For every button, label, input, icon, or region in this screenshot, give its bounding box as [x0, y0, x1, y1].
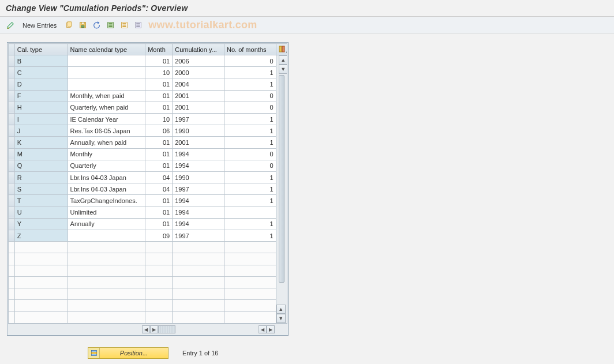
cell-year[interactable]: 2006	[173, 55, 224, 67]
cell-year[interactable]: 1994	[173, 195, 224, 207]
row-selector[interactable]	[9, 55, 15, 67]
select-all-icon[interactable]	[104, 20, 116, 31]
cell-no-months[interactable]: 1	[224, 218, 276, 230]
scroll-down-icon[interactable]: ▼	[279, 65, 287, 74]
cell-month[interactable]: 01	[145, 148, 173, 160]
table-row[interactable]: C1020001	[9, 67, 287, 78]
rowheader-corner[interactable]	[9, 44, 15, 55]
cell-name[interactable]: Annually, when paid	[68, 137, 145, 148]
change-icon[interactable]	[5, 20, 16, 31]
cell-cal-type[interactable]: R	[14, 172, 68, 183]
row-selector[interactable]	[9, 207, 15, 218]
cumulation-periods-table[interactable]: Cal. type Name calendar type Month Cumul…	[8, 43, 287, 324]
cell-cal-type[interactable]: D	[14, 78, 68, 90]
cell-no-months[interactable]: 1	[224, 172, 276, 183]
row-selector[interactable]	[9, 195, 15, 207]
table-row[interactable]: MMonthly0119940	[9, 148, 287, 160]
cell-year[interactable]: 2001	[173, 137, 224, 148]
row-selector[interactable]	[9, 160, 15, 171]
cell-no-months[interactable]: 1	[224, 125, 276, 137]
scroll-track[interactable]	[279, 75, 284, 323]
hscroll-left-icon-2[interactable]: ◀	[259, 325, 267, 333]
cell-no-months[interactable]: 1	[224, 137, 276, 148]
table-row[interactable]: FMonthly, when paid0120010	[9, 90, 287, 102]
cell-year[interactable]: 2001	[173, 90, 224, 102]
table-config-icon[interactable]	[276, 44, 287, 55]
row-selector[interactable]	[9, 102, 15, 113]
cell-month[interactable]: 04	[145, 172, 173, 183]
cell-month[interactable]: 01	[145, 207, 173, 218]
col-cum-year[interactable]: Cumulation y...	[173, 44, 224, 55]
select-block-icon[interactable]	[118, 20, 130, 31]
cell-name[interactable]: Unlimited	[68, 207, 145, 218]
table-row[interactable]: Z0919971	[9, 230, 287, 242]
cell-cal-type[interactable]: I	[14, 114, 68, 125]
hscroll-left-icon[interactable]: ◀	[142, 325, 150, 333]
cell-month[interactable]: 09	[145, 230, 173, 242]
cell-year[interactable]: 1997	[173, 183, 224, 195]
hscroll-right-icon[interactable]: ▶	[150, 325, 158, 333]
cell-name[interactable]: Annually	[68, 218, 145, 230]
col-no-months[interactable]: No. of months	[224, 44, 276, 55]
scroll-down-icon-2[interactable]: ▼	[276, 314, 286, 323]
cell-no-months[interactable]	[224, 207, 276, 218]
col-name-cal-type[interactable]: Name calendar type	[68, 44, 145, 55]
cell-month[interactable]: 10	[145, 114, 173, 125]
cell-no-months[interactable]: 1	[224, 114, 276, 125]
cell-cal-type[interactable]: H	[14, 102, 68, 113]
cell-name[interactable]: Lbr.Ins 04-03 Japan	[68, 183, 145, 195]
cell-year[interactable]: 1994	[173, 160, 224, 171]
row-selector[interactable]	[9, 67, 15, 78]
scroll-up-icon[interactable]: ▲	[279, 55, 287, 65]
cell-year[interactable]: 1997	[173, 114, 224, 125]
table-row[interactable]: JRes.Tax 06-05 Japan0619901	[9, 125, 287, 137]
cell-month[interactable]: 01	[145, 195, 173, 207]
cell-cal-type[interactable]: T	[14, 195, 68, 207]
table-row[interactable]: B0120060▲▼▲▼	[9, 55, 287, 67]
copy-icon[interactable]	[63, 20, 74, 31]
cell-cal-type[interactable]: M	[14, 148, 68, 160]
cell-month[interactable]: 01	[145, 55, 173, 67]
scroll-thumb[interactable]	[279, 75, 284, 283]
position-button[interactable]: Position...	[88, 347, 169, 359]
table-row[interactable]: D0120041	[9, 78, 287, 90]
cell-cal-type[interactable]: Z	[14, 230, 68, 242]
cell-no-months[interactable]: 0	[224, 55, 276, 67]
cell-no-months[interactable]: 0	[224, 102, 276, 113]
table-row[interactable]: TTaxGrpChangeIndones.0119941	[9, 195, 287, 207]
cell-year[interactable]: 1997	[173, 230, 224, 242]
row-selector[interactable]	[9, 137, 15, 148]
cell-month[interactable]: 01	[145, 78, 173, 90]
cell-no-months[interactable]: 0	[224, 148, 276, 160]
table-row[interactable]: YAnnually0119941	[9, 218, 287, 230]
cell-cal-type[interactable]: Y	[14, 218, 68, 230]
row-selector[interactable]	[9, 78, 15, 90]
cell-cal-type[interactable]: F	[14, 90, 68, 102]
cell-name[interactable]: TaxGrpChangeIndones.	[68, 195, 145, 207]
cell-no-months[interactable]: 0	[224, 160, 276, 171]
table-row[interactable]: HQuarterly, when paid0120010	[9, 102, 287, 113]
table-row[interactable]: KAnnually, when paid0120011	[9, 137, 287, 148]
col-cal-type[interactable]: Cal. type	[14, 44, 68, 55]
deselect-icon[interactable]	[132, 20, 144, 31]
cell-name[interactable]	[68, 78, 145, 90]
table-row[interactable]: QQuarterly0119940	[9, 160, 287, 171]
cell-name[interactable]: Monthly, when paid	[68, 90, 145, 102]
horizontal-scrollbar[interactable]: ◀ ▶ ◀ ▶	[8, 324, 287, 335]
row-selector[interactable]	[9, 90, 15, 102]
cell-no-months[interactable]: 1	[224, 183, 276, 195]
cell-year[interactable]: 1994	[173, 207, 224, 218]
cell-name[interactable]: Quarterly	[68, 160, 145, 171]
cell-no-months[interactable]: 1	[224, 78, 276, 90]
table-row[interactable]: SLbr.Ins 04-03 Japan0419971	[9, 183, 287, 195]
table-row[interactable]: IIE Calendar Year1019971	[9, 114, 287, 125]
cell-no-months[interactable]: 1	[224, 195, 276, 207]
cell-cal-type[interactable]: J	[14, 125, 68, 137]
cell-year[interactable]: 2000	[173, 67, 224, 78]
cell-name[interactable]: Monthly	[68, 148, 145, 160]
cell-name[interactable]	[68, 55, 145, 67]
cell-month[interactable]: 04	[145, 183, 173, 195]
cell-month[interactable]: 10	[145, 67, 173, 78]
cell-year[interactable]: 1990	[173, 125, 224, 137]
row-selector[interactable]	[9, 125, 15, 137]
